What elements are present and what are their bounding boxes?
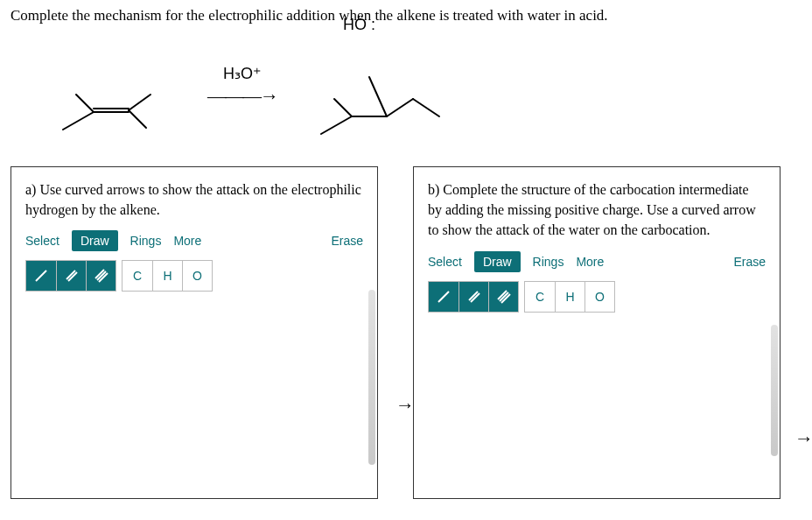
- panels-row: a) Use curved arrows to show the attack …: [10, 166, 802, 499]
- tab-select[interactable]: Select: [25, 234, 60, 248]
- triple-bond-icon: [94, 268, 109, 284]
- scrollbar[interactable]: [368, 290, 375, 465]
- single-bond-icon: [436, 289, 452, 305]
- svg-line-3: [129, 95, 150, 110]
- svg-line-10: [387, 99, 413, 116]
- svg-line-8: [334, 99, 352, 116]
- product-structure: HÖ :: [308, 42, 457, 151]
- single-bond-tool[interactable]: [26, 261, 56, 291]
- scrollbar[interactable]: [771, 325, 778, 456]
- product-oh-label: HÖ :: [343, 16, 375, 34]
- panel-b-tabs-row: Select Draw Rings More Erase: [428, 251, 766, 272]
- svg-line-4: [76, 95, 94, 112]
- bond-tool-group: [428, 281, 519, 313]
- svg-line-5: [129, 110, 146, 128]
- tab-more[interactable]: More: [173, 234, 201, 248]
- svg-line-12: [36, 271, 46, 281]
- arrow-shaft: ———→: [194, 85, 290, 108]
- tab-draw[interactable]: Draw: [72, 230, 118, 251]
- atom-o-tool[interactable]: O: [584, 282, 614, 312]
- atom-tool-group: C H O: [122, 260, 213, 292]
- svg-line-6: [321, 116, 352, 134]
- atom-h-tool[interactable]: H: [555, 282, 584, 312]
- panel-a-toolrow: C H O: [25, 260, 363, 292]
- panel-b: b) Complete the structure of the carboca…: [413, 166, 780, 499]
- atom-tool-group: C H O: [524, 281, 615, 313]
- reaction-arrow: H₃O⁺ ———→: [194, 85, 290, 108]
- tab-select[interactable]: Select: [428, 255, 462, 269]
- triple-bond-tool[interactable]: [488, 282, 518, 312]
- atom-c-tool[interactable]: C: [122, 261, 152, 291]
- atom-h-tool[interactable]: H: [152, 261, 182, 291]
- single-bond-tool[interactable]: [429, 282, 458, 312]
- double-bond-icon: [466, 289, 482, 305]
- panel-a-prompt: a) Use curved arrows to show the attack …: [25, 179, 363, 220]
- triple-bond-icon: [496, 289, 512, 305]
- svg-line-11: [413, 99, 439, 116]
- tab-more[interactable]: More: [576, 255, 604, 269]
- double-bond-tool[interactable]: [458, 282, 488, 312]
- atom-o-tool[interactable]: O: [182, 261, 212, 291]
- reactant-alkene: [46, 46, 177, 146]
- between-panels-arrow: →: [396, 394, 415, 417]
- single-bond-icon: [33, 268, 49, 284]
- next-step-arrow: →: [794, 427, 812, 450]
- question-text: Complete the mechanism for the electroph…: [10, 7, 802, 25]
- panel-b-toolrow: C H O: [428, 281, 766, 313]
- atom-c-tool[interactable]: C: [525, 282, 555, 312]
- panel-a: a) Use curved arrows to show the attack …: [10, 166, 378, 499]
- svg-line-0: [63, 112, 94, 130]
- svg-line-18: [438, 292, 449, 302]
- panel-a-tabs-row: Select Draw Rings More Erase: [25, 230, 363, 251]
- erase-button[interactable]: Erase: [331, 234, 363, 248]
- double-bond-icon: [64, 268, 80, 284]
- panel-b-prompt: b) Complete the structure of the carboca…: [428, 179, 766, 241]
- triple-bond-tool[interactable]: [86, 261, 116, 291]
- reaction-scheme: H₃O⁺ ———→ HÖ :: [46, 35, 802, 158]
- bond-tool-group: [25, 260, 116, 292]
- reagent-label: H₃O⁺: [194, 64, 290, 83]
- tab-rings[interactable]: Rings: [533, 255, 564, 269]
- svg-line-9: [369, 77, 387, 116]
- double-bond-tool[interactable]: [56, 261, 86, 291]
- erase-button[interactable]: Erase: [733, 255, 766, 269]
- tab-rings[interactable]: Rings: [130, 234, 162, 248]
- tab-draw[interactable]: Draw: [474, 251, 521, 272]
